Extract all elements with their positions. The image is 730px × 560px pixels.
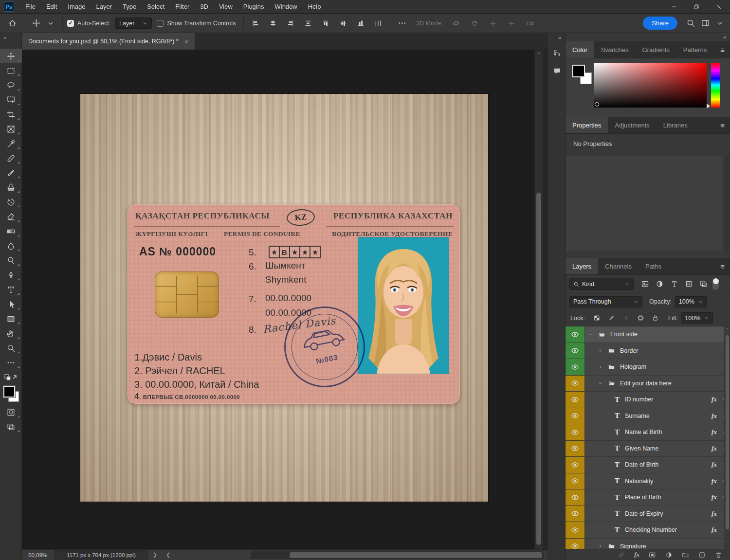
align-left-icon[interactable]	[248, 16, 263, 31]
layer-visibility-eye-icon[interactable]	[566, 376, 585, 392]
quick-mask-icon[interactable]	[0, 405, 22, 419]
scroll-up-icon[interactable]: ⌃	[724, 326, 730, 333]
layer-style-fx-badge[interactable]: fx	[712, 445, 717, 452]
tab-layers-layers[interactable]: Layers	[566, 258, 598, 274]
brush-tool[interactable]	[0, 165, 22, 180]
layer-visibility-eye-icon[interactable]	[566, 522, 585, 538]
type-filter-icon[interactable]	[668, 278, 680, 290]
layer-row-signature[interactable]: Signature	[566, 539, 730, 549]
hue-handle[interactable]	[707, 104, 710, 108]
layer-style-fx-badge[interactable]: fx	[712, 493, 717, 501]
scroll-up-icon[interactable]: ⌃	[535, 51, 543, 58]
layer-visibility-eye-icon[interactable]	[566, 392, 585, 408]
properties-scrollbar[interactable]	[724, 155, 730, 252]
menu-image[interactable]: Image	[62, 0, 91, 14]
layer-row-nationality[interactable]: TNationalityfx	[566, 473, 730, 490]
layer-style-fx-icon[interactable]: fx	[634, 551, 639, 559]
adjustment-filter-icon[interactable]	[653, 278, 666, 290]
horizontal-scroll-thumb[interactable]	[290, 552, 542, 558]
saturation-picker[interactable]	[594, 63, 707, 108]
home-icon[interactable]	[5, 16, 19, 31]
status-next-icon[interactable]: ❯	[148, 552, 162, 558]
tab-color-swatches[interactable]: Swatches	[594, 41, 635, 58]
more-options-icon[interactable]	[395, 16, 409, 31]
expand-group-icon[interactable]	[598, 348, 603, 353]
pen-tool[interactable]	[0, 268, 22, 282]
layer-row-id-number[interactable]: TID numberfx	[566, 392, 730, 408]
hue-strip[interactable]	[711, 63, 720, 108]
menu-layer[interactable]: Layer	[91, 0, 118, 14]
layer-style-fx-badge[interactable]: fx	[712, 412, 717, 420]
rectangle-tool[interactable]	[0, 311, 22, 326]
tab-properties-properties[interactable]: Properties	[566, 117, 608, 133]
auto-select-target-dropdown[interactable]: Layer	[115, 18, 152, 29]
layer-visibility-eye-icon[interactable]	[566, 343, 585, 359]
menu-plugins[interactable]: Plugins	[238, 0, 270, 14]
history-brush-tool[interactable]	[0, 195, 22, 209]
layer-row-date-of-birth[interactable]: TDate of Birthfx	[566, 457, 730, 473]
foreground-color-swatch[interactable]	[3, 386, 15, 397]
panel-menu-icon[interactable]: ≡	[720, 41, 730, 58]
fill-input[interactable]: 100%	[681, 312, 713, 324]
close-tab-icon[interactable]: ×	[184, 38, 189, 45]
expand-group-icon[interactable]	[598, 364, 603, 370]
layer-visibility-eye-icon[interactable]	[566, 457, 585, 473]
delete-layer-icon[interactable]	[715, 551, 722, 559]
layer-row-name-at-birth[interactable]: TName at Birthfx	[566, 424, 730, 441]
marquee-tool[interactable]	[0, 63, 22, 78]
tab-properties-adjustments[interactable]: Adjustments	[608, 117, 657, 133]
screen-mode-icon[interactable]	[0, 419, 22, 434]
layer-row-date-of-expiry[interactable]: TDate of Expiryfx	[566, 506, 730, 523]
hand-tool[interactable]	[0, 326, 22, 341]
lock-transparent-icon[interactable]	[591, 312, 603, 324]
share-button[interactable]: Share	[643, 17, 677, 30]
object-selection-tool[interactable]	[0, 92, 22, 107]
expand-group-icon[interactable]	[598, 543, 603, 549]
lock-paint-icon[interactable]	[606, 312, 618, 324]
vertical-scroll-thumb[interactable]	[536, 193, 541, 545]
layer-style-fx-badge[interactable]: fx	[712, 526, 717, 534]
tab-properties-libraries[interactable]: Libraries	[657, 117, 694, 133]
layer-row-given-name[interactable]: TGiven Namefx	[566, 441, 730, 457]
distribute-h-icon[interactable]	[371, 16, 385, 31]
layer-style-fx-badge[interactable]: fx	[712, 428, 717, 436]
menu-file[interactable]: File	[20, 0, 41, 14]
lock-move-icon[interactable]	[620, 312, 632, 324]
gradient-tool[interactable]	[0, 224, 22, 238]
minimize-icon[interactable]	[663, 0, 685, 14]
move-tool[interactable]	[0, 49, 22, 63]
blur-tool[interactable]	[0, 238, 22, 253]
workspace-icon[interactable]	[698, 16, 712, 31]
layer-row-surname[interactable]: TSurnamefx	[566, 408, 730, 425]
dodge-tool[interactable]	[0, 253, 22, 268]
blend-mode-dropdown[interactable]: Pass Through	[569, 296, 642, 307]
layer-row-border[interactable]: Border	[566, 343, 730, 360]
tab-color-patterns[interactable]: Patterns	[676, 41, 713, 58]
lock-artboard-icon[interactable]	[635, 312, 647, 324]
chevron-down-icon[interactable]	[43, 16, 58, 31]
layers-scrollbar[interactable]: ⌃	[724, 326, 730, 549]
layer-visibility-eye-icon[interactable]	[566, 424, 585, 440]
horizontal-scrollbar[interactable]	[251, 551, 544, 559]
new-group-icon[interactable]	[682, 551, 689, 559]
document-tab[interactable]: Documents for you.psd @ 50,1% (Front sid…	[22, 33, 195, 50]
layer-style-fx-badge[interactable]: fx	[712, 477, 717, 485]
color-swatch-pair[interactable]	[572, 65, 594, 86]
menu-select[interactable]: Select	[142, 0, 170, 14]
align-bottom-icon[interactable]	[353, 16, 368, 31]
filter-toggle[interactable]	[712, 278, 719, 290]
opacity-input[interactable]: 100%	[675, 296, 707, 307]
menu-edit[interactable]: Edit	[41, 0, 62, 14]
tab-layers-paths[interactable]: Paths	[639, 258, 668, 274]
search-icon[interactable]	[683, 16, 698, 31]
new-adjustment-icon[interactable]	[665, 551, 673, 559]
clone-stamp-tool[interactable]	[0, 180, 22, 195]
zoom-tool[interactable]	[0, 341, 22, 355]
layer-visibility-eye-icon[interactable]	[566, 408, 585, 424]
layer-row-checking-nnumber[interactable]: TChecking Nnumberfx	[566, 522, 730, 539]
comments-panel-icon[interactable]	[548, 64, 566, 78]
healing-brush-tool[interactable]	[0, 151, 22, 165]
menu-type[interactable]: Type	[117, 0, 142, 14]
distribute-v-icon[interactable]	[301, 16, 315, 31]
layer-visibility-eye-icon[interactable]	[566, 359, 585, 375]
